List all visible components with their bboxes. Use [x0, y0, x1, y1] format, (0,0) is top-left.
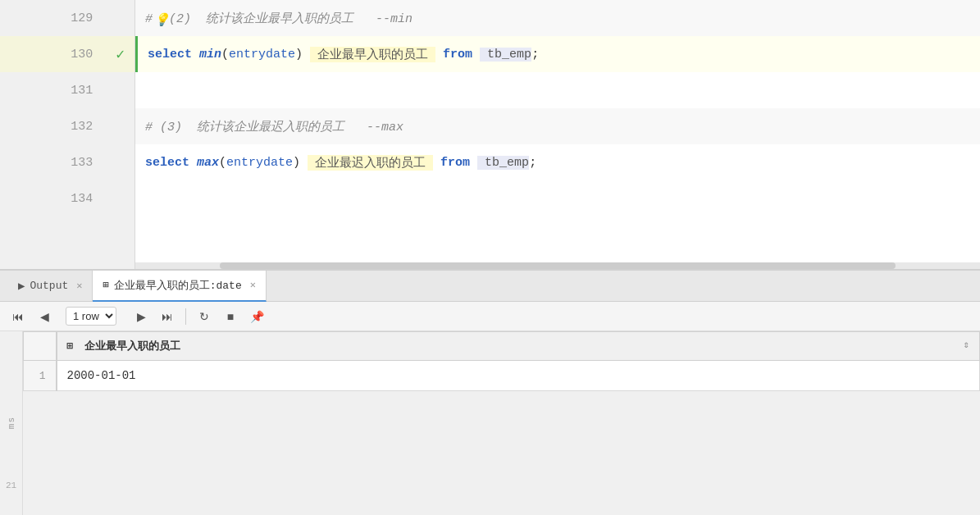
line-row-130: 130 ✓: [0, 36, 134, 72]
alias-130: 企业最早入职的员工: [310, 47, 435, 62]
stop-button[interactable]: ■: [219, 305, 242, 328]
parens-133: (: [219, 156, 226, 170]
next-row-button[interactable]: ▶: [130, 305, 153, 328]
tab-output[interactable]: ▶ Output ✕: [8, 271, 93, 302]
refresh-button[interactable]: ↻: [193, 305, 216, 328]
line-number-131: 131: [0, 84, 106, 98]
line-number-133: 133: [0, 156, 106, 170]
row-count-select[interactable]: 1 row: [66, 307, 116, 326]
row-num-header: [24, 332, 57, 361]
alias-133: 企业最迟入职的员工: [308, 155, 433, 171]
tab-result[interactable]: ⊞ 企业最早入职的员工:date ✕: [93, 271, 266, 302]
code-line-130[interactable]: select min(entrydate) 企业最早入职的员工 from tb_…: [135, 36, 980, 72]
cell-date: 2000-01-01: [57, 361, 980, 391]
result-toolbar: ⏮ ◀ 1 row ▶ ⏭ ↻ ■ 📌: [0, 302, 980, 331]
func-min: min: [199, 48, 221, 62]
result-tab-icon: ⊞: [103, 279, 108, 291]
func-max: max: [197, 156, 219, 170]
comment-132: # (3) 统计该企业最迟入职的员工 --max: [145, 119, 403, 134]
last-row-button[interactable]: ⏭: [156, 305, 179, 328]
table-130: tb_emp: [480, 48, 531, 62]
code-line-132: # (3) 统计该企业最迟入职的员工 --max: [135, 108, 980, 144]
pin-button[interactable]: 📌: [245, 305, 268, 328]
ms-label: ms: [7, 417, 16, 429]
semicolon-130: ;: [531, 48, 539, 62]
line-number-130: 130: [0, 48, 106, 62]
semicolon-133: ;: [529, 156, 536, 170]
line-number-129: 129: [0, 11, 106, 25]
line-numbers-gutter: 129 130 ✓ 131 132 133: [0, 0, 135, 269]
keyword-from-130: from: [435, 48, 480, 62]
row-num-1: 1: [24, 361, 57, 391]
horizontal-scrollbar[interactable]: [135, 262, 980, 269]
editor-area: 129 130 ✓ 131 132 133: [0, 0, 980, 271]
field-entrydate-133: entrydate: [226, 156, 293, 170]
scrollbar-thumb[interactable]: [220, 262, 896, 269]
code-line-129: #💡(2) 统计该企业最早入职的员工 --min: [135, 0, 980, 36]
bottom-panel: ▶ Output ✕ ⊞ 企业最早入职的员工:date ✕ ⏮ ◀ 1 row …: [0, 271, 980, 515]
result-area: ms 21 ⊞ 企业最早入职的员工 ⇕: [0, 331, 980, 515]
col-header-employees[interactable]: ⊞ 企业最早入职的员工 ⇕: [57, 332, 980, 361]
line-row-129: 129: [0, 0, 134, 36]
keyword-select-130: select: [148, 48, 199, 62]
tab-output-label: Output: [30, 280, 68, 292]
table-container[interactable]: ⊞ 企业最早入职的员工 ⇕ 1 2000-01-01: [23, 331, 980, 515]
parens-close-130: ): [295, 48, 310, 62]
toolbar-divider-1: [185, 308, 186, 325]
code-line-133[interactable]: select max(entrydate) 企业最迟入职的员工 from tb_…: [135, 144, 980, 180]
table-row: 1 2000-01-01: [24, 361, 980, 391]
line-number-134: 134: [0, 192, 106, 206]
first-row-button[interactable]: ⏮: [7, 305, 30, 328]
table-header-row: ⊞ 企业最早入职的员工 ⇕: [24, 332, 980, 361]
comment-129: #💡(2) 统计该企业最早入职的员工 --min: [145, 11, 413, 26]
code-line-134: [135, 180, 980, 216]
check-icon-130: ✓: [116, 45, 125, 63]
sort-icon[interactable]: ⇕: [964, 339, 969, 351]
keyword-from-133: from: [433, 156, 477, 170]
tab-output-close[interactable]: ✕: [76, 280, 82, 292]
line-row-133: 133: [0, 144, 134, 180]
parens-130: (: [221, 48, 229, 62]
line-row-132: 132: [0, 108, 134, 144]
result-table: ⊞ 企业最早入职的员工 ⇕ 1 2000-01-01: [23, 331, 980, 391]
parens-close-133: ): [293, 156, 308, 170]
num-label: 21: [6, 481, 16, 490]
code-line-131: [135, 72, 980, 108]
line-number-132: 132: [0, 120, 106, 134]
gutter-130: ✓: [106, 45, 134, 63]
tabs-bar: ▶ Output ✕ ⊞ 企业最早入职的员工:date ✕: [0, 271, 980, 302]
tab-result-label: 企业最早入职的员工:date: [114, 278, 242, 293]
keyword-select-133: select: [145, 156, 197, 170]
line-row-134: 134: [0, 180, 134, 216]
left-sidebar: ms 21: [0, 331, 23, 515]
row-info: 1 row: [59, 307, 126, 326]
prev-row-button[interactable]: ◀: [33, 305, 56, 328]
output-tab-icon: ▶: [18, 279, 25, 293]
code-lines[interactable]: #💡(2) 统计该企业最早入职的员工 --min select min(entr…: [135, 0, 980, 269]
col-header-label: 企业最早入职的员工: [84, 340, 180, 353]
line-row-131: 131: [0, 72, 134, 108]
tab-result-close[interactable]: ✕: [250, 279, 256, 291]
table-133: tb_emp: [477, 156, 529, 170]
column-icon: ⊞: [67, 340, 74, 353]
field-entrydate-130: entrydate: [229, 48, 295, 62]
